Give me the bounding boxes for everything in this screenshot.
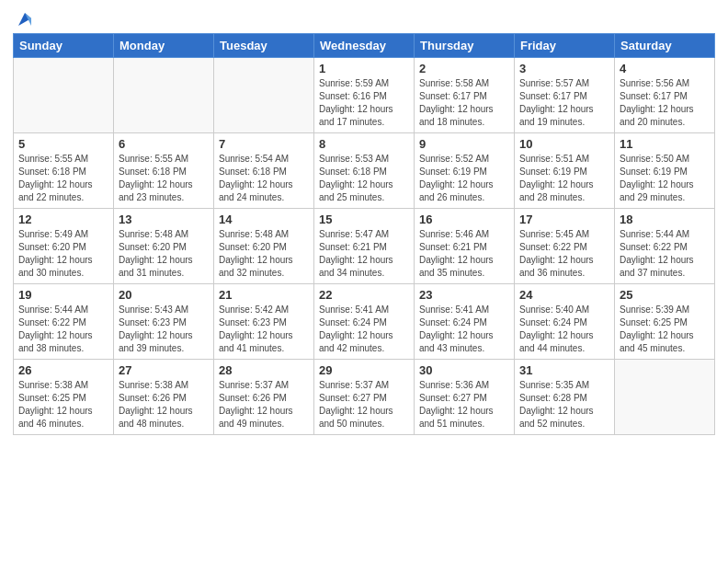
day-number: 6 xyxy=(119,137,209,151)
day-number: 26 xyxy=(18,363,108,377)
day-info: Sunrise: 5:48 AM Sunset: 6:20 PM Dayligh… xyxy=(119,228,209,280)
day-info: Sunrise: 5:47 AM Sunset: 6:21 PM Dayligh… xyxy=(319,228,409,280)
page-container: SundayMondayTuesdayWednesdayThursdayFrid… xyxy=(0,0,728,444)
day-number: 15 xyxy=(319,213,409,226)
day-info: Sunrise: 5:54 AM Sunset: 6:18 PM Dayligh… xyxy=(219,153,309,204)
calendar-week-row: 19Sunrise: 5:44 AM Sunset: 6:22 PM Dayli… xyxy=(14,284,715,360)
day-number: 5 xyxy=(18,137,108,151)
day-info: Sunrise: 5:35 AM Sunset: 6:28 PM Dayligh… xyxy=(519,379,609,431)
calendar-cell: 31Sunrise: 5:35 AM Sunset: 6:28 PM Dayli… xyxy=(515,360,615,435)
calendar-cell: 14Sunrise: 5:48 AM Sunset: 6:20 PM Dayli… xyxy=(214,209,314,284)
calendar-header-friday: Friday xyxy=(515,34,615,58)
calendar-header-tuesday: Tuesday xyxy=(214,34,314,58)
day-number: 20 xyxy=(119,288,209,302)
calendar-cell: 19Sunrise: 5:44 AM Sunset: 6:22 PM Dayli… xyxy=(14,284,114,360)
day-info: Sunrise: 5:44 AM Sunset: 6:22 PM Dayligh… xyxy=(18,304,108,355)
day-number: 8 xyxy=(319,137,409,151)
day-info: Sunrise: 5:38 AM Sunset: 6:25 PM Dayligh… xyxy=(18,379,108,431)
calendar-cell: 10Sunrise: 5:51 AM Sunset: 6:19 PM Dayli… xyxy=(515,133,615,209)
day-number: 17 xyxy=(519,213,609,226)
day-number: 14 xyxy=(219,213,309,226)
day-info: Sunrise: 5:45 AM Sunset: 6:22 PM Dayligh… xyxy=(519,228,609,280)
calendar-header-monday: Monday xyxy=(114,34,214,58)
calendar-header-row: SundayMondayTuesdayWednesdayThursdayFrid… xyxy=(14,34,715,58)
calendar-cell: 4Sunrise: 5:56 AM Sunset: 6:17 PM Daylig… xyxy=(615,58,715,133)
day-number: 3 xyxy=(519,62,609,75)
day-number: 28 xyxy=(219,363,309,377)
day-number: 13 xyxy=(119,213,209,226)
calendar-cell: 22Sunrise: 5:41 AM Sunset: 6:24 PM Dayli… xyxy=(314,284,415,360)
day-info: Sunrise: 5:43 AM Sunset: 6:23 PM Dayligh… xyxy=(119,304,209,355)
day-number: 7 xyxy=(219,137,309,151)
calendar-cell: 18Sunrise: 5:44 AM Sunset: 6:22 PM Dayli… xyxy=(615,209,715,284)
day-info: Sunrise: 5:52 AM Sunset: 6:19 PM Dayligh… xyxy=(419,153,509,204)
calendar-cell: 6Sunrise: 5:55 AM Sunset: 6:18 PM Daylig… xyxy=(114,133,214,209)
day-info: Sunrise: 5:57 AM Sunset: 6:17 PM Dayligh… xyxy=(519,77,609,129)
calendar-header-thursday: Thursday xyxy=(415,34,515,58)
calendar-cell xyxy=(214,58,314,133)
calendar-cell: 11Sunrise: 5:50 AM Sunset: 6:19 PM Dayli… xyxy=(615,133,715,209)
calendar-header-saturday: Saturday xyxy=(615,34,715,58)
calendar-table: SundayMondayTuesdayWednesdayThursdayFrid… xyxy=(13,33,715,435)
day-number: 30 xyxy=(419,363,509,377)
calendar-week-row: 26Sunrise: 5:38 AM Sunset: 6:25 PM Dayli… xyxy=(14,360,715,435)
day-info: Sunrise: 5:51 AM Sunset: 6:19 PM Dayligh… xyxy=(519,153,609,204)
day-number: 1 xyxy=(319,62,409,75)
day-info: Sunrise: 5:41 AM Sunset: 6:24 PM Dayligh… xyxy=(419,304,509,355)
day-info: Sunrise: 5:58 AM Sunset: 6:17 PM Dayligh… xyxy=(419,77,509,129)
day-info: Sunrise: 5:55 AM Sunset: 6:18 PM Dayligh… xyxy=(18,153,108,204)
day-number: 10 xyxy=(519,137,609,151)
day-number: 24 xyxy=(519,288,609,302)
calendar-cell: 29Sunrise: 5:37 AM Sunset: 6:27 PM Dayli… xyxy=(314,360,415,435)
header xyxy=(13,9,715,28)
day-number: 21 xyxy=(219,288,309,302)
calendar-week-row: 12Sunrise: 5:49 AM Sunset: 6:20 PM Dayli… xyxy=(14,209,715,284)
calendar-cell: 12Sunrise: 5:49 AM Sunset: 6:20 PM Dayli… xyxy=(14,209,114,284)
calendar-cell: 26Sunrise: 5:38 AM Sunset: 6:25 PM Dayli… xyxy=(14,360,114,435)
calendar-cell xyxy=(114,58,214,133)
day-number: 23 xyxy=(419,288,509,302)
day-info: Sunrise: 5:39 AM Sunset: 6:25 PM Dayligh… xyxy=(620,304,710,355)
day-info: Sunrise: 5:36 AM Sunset: 6:27 PM Dayligh… xyxy=(419,379,509,431)
day-info: Sunrise: 5:46 AM Sunset: 6:21 PM Dayligh… xyxy=(419,228,509,280)
day-info: Sunrise: 5:59 AM Sunset: 6:16 PM Dayligh… xyxy=(319,77,409,129)
day-info: Sunrise: 5:37 AM Sunset: 6:27 PM Dayligh… xyxy=(319,379,409,431)
day-number: 29 xyxy=(319,363,409,377)
calendar-cell: 17Sunrise: 5:45 AM Sunset: 6:22 PM Dayli… xyxy=(515,209,615,284)
day-number: 9 xyxy=(419,137,509,151)
calendar-cell: 1Sunrise: 5:59 AM Sunset: 6:16 PM Daylig… xyxy=(314,58,415,133)
calendar-week-row: 5Sunrise: 5:55 AM Sunset: 6:18 PM Daylig… xyxy=(14,133,715,209)
day-info: Sunrise: 5:42 AM Sunset: 6:23 PM Dayligh… xyxy=(219,304,309,355)
day-number: 18 xyxy=(620,213,710,226)
logo xyxy=(13,9,35,28)
day-number: 25 xyxy=(620,288,710,302)
calendar-cell: 28Sunrise: 5:37 AM Sunset: 6:26 PM Dayli… xyxy=(214,360,314,435)
day-info: Sunrise: 5:44 AM Sunset: 6:22 PM Dayligh… xyxy=(620,228,710,280)
day-info: Sunrise: 5:49 AM Sunset: 6:20 PM Dayligh… xyxy=(18,228,108,280)
calendar-cell: 15Sunrise: 5:47 AM Sunset: 6:21 PM Dayli… xyxy=(314,209,415,284)
day-info: Sunrise: 5:56 AM Sunset: 6:17 PM Dayligh… xyxy=(620,77,710,129)
day-number: 19 xyxy=(18,288,108,302)
day-info: Sunrise: 5:53 AM Sunset: 6:18 PM Dayligh… xyxy=(319,153,409,204)
calendar-cell: 8Sunrise: 5:53 AM Sunset: 6:18 PM Daylig… xyxy=(314,133,415,209)
calendar-cell xyxy=(615,360,715,435)
day-number: 2 xyxy=(419,62,509,75)
calendar-cell: 20Sunrise: 5:43 AM Sunset: 6:23 PM Dayli… xyxy=(114,284,214,360)
day-info: Sunrise: 5:50 AM Sunset: 6:19 PM Dayligh… xyxy=(620,153,710,204)
day-info: Sunrise: 5:41 AM Sunset: 6:24 PM Dayligh… xyxy=(319,304,409,355)
calendar-cell: 13Sunrise: 5:48 AM Sunset: 6:20 PM Dayli… xyxy=(114,209,214,284)
calendar-cell: 27Sunrise: 5:38 AM Sunset: 6:26 PM Dayli… xyxy=(114,360,214,435)
day-info: Sunrise: 5:55 AM Sunset: 6:18 PM Dayligh… xyxy=(119,153,209,204)
day-info: Sunrise: 5:37 AM Sunset: 6:26 PM Dayligh… xyxy=(219,379,309,431)
day-info: Sunrise: 5:38 AM Sunset: 6:26 PM Dayligh… xyxy=(119,379,209,431)
calendar-header-sunday: Sunday xyxy=(14,34,114,58)
calendar-cell: 25Sunrise: 5:39 AM Sunset: 6:25 PM Dayli… xyxy=(615,284,715,360)
day-number: 4 xyxy=(620,62,710,75)
calendar-cell: 30Sunrise: 5:36 AM Sunset: 6:27 PM Dayli… xyxy=(415,360,515,435)
day-number: 31 xyxy=(519,363,609,377)
calendar-cell: 2Sunrise: 5:58 AM Sunset: 6:17 PM Daylig… xyxy=(415,58,515,133)
day-number: 16 xyxy=(419,213,509,226)
calendar-cell: 9Sunrise: 5:52 AM Sunset: 6:19 PM Daylig… xyxy=(415,133,515,209)
calendar-header-wednesday: Wednesday xyxy=(314,34,415,58)
day-info: Sunrise: 5:40 AM Sunset: 6:24 PM Dayligh… xyxy=(519,304,609,355)
